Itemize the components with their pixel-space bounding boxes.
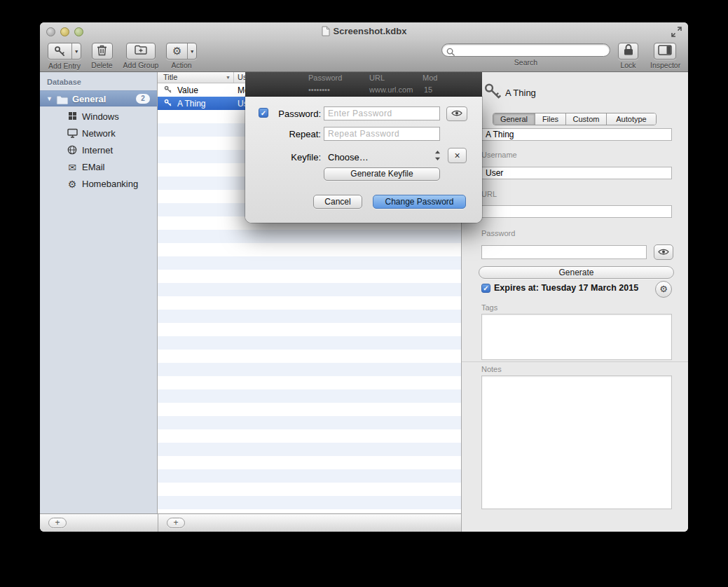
dim-cell-modified: 15	[424, 85, 432, 94]
sidebar-item-internet[interactable]: Internet	[40, 142, 157, 159]
sheet-repeat-input[interactable]	[324, 127, 440, 141]
expires-checkbox[interactable]: ✓	[481, 284, 490, 293]
folder-icon	[56, 95, 68, 107]
popup-arrows-icon[interactable]	[434, 150, 441, 164]
title-input[interactable]	[481, 128, 672, 141]
password-input[interactable]	[481, 245, 647, 259]
empty-row	[158, 443, 461, 456]
eye-icon	[658, 246, 669, 258]
change-password-button[interactable]: Change Password	[373, 195, 466, 209]
titlebar: Screenshot.kdbx	[40, 22, 688, 41]
sheet-password-input[interactable]	[324, 106, 440, 120]
window-title-text: Screenshot.kdbx	[334, 26, 407, 36]
entry-key-icon	[483, 81, 502, 106]
expires-label: Expires at: Tuesday 17 March 2015	[494, 283, 638, 293]
action-dropdown-arrow[interactable]: ▼	[187, 43, 196, 59]
disclosure-triangle-icon[interactable]: ▼	[46, 95, 53, 102]
add-entry-plus-button[interactable]: +	[167, 518, 185, 528]
notes-label: Notes	[481, 365, 502, 373]
sidebar-item-windows[interactable]: Windows	[40, 109, 157, 125]
key-icon	[164, 85, 172, 96]
empty-row	[158, 389, 461, 403]
tab-custom[interactable]: Custom	[566, 113, 607, 125]
entry-title-cell: A Thing	[177, 99, 205, 109]
empty-row	[158, 230, 461, 243]
tab-files[interactable]: Files	[535, 113, 566, 125]
entry-title-cell: Value	[177, 85, 198, 95]
change-password-sheet: ✓ Password: Repeat: Keyfile: Choose… × G…	[245, 97, 482, 223]
notes-textarea[interactable]	[481, 375, 672, 509]
empty-row	[158, 376, 461, 389]
dim-cell-password: ••••••••	[308, 85, 330, 94]
sheet-repeat-label: Repeat:	[245, 129, 321, 139]
search-toolbar-item: Search	[441, 43, 610, 67]
empty-row	[158, 469, 461, 483]
windows-icon	[67, 111, 78, 123]
generate-keyfile-button[interactable]: Generate Keyfile	[324, 167, 440, 181]
sidebar-item-label: Homebanking	[82, 179, 138, 189]
tab-autotype[interactable]: Autotype	[607, 113, 656, 125]
sheet-reveal-password-button[interactable]	[446, 106, 467, 121]
add-group-button[interactable]	[126, 43, 156, 60]
close-icon: ×	[454, 150, 460, 161]
tags-textarea[interactable]	[481, 314, 672, 360]
inspector-panel-icon	[658, 45, 672, 58]
add-entry-dropdown-arrow[interactable]: ▼	[71, 43, 81, 59]
sidebar-group-general[interactable]: ▼ General 2	[40, 90, 157, 106]
sidebar-item-email[interactable]: ✉ EMail	[40, 159, 157, 176]
sidebar-item-label: EMail	[82, 162, 105, 172]
empty-row	[158, 256, 461, 270]
action-label: Action	[165, 61, 198, 69]
toolbar: ▼ Add Entry Delete Add Group ⚙ ▼	[40, 41, 688, 72]
sidebar-header: Database	[47, 78, 81, 86]
action-button[interactable]: ⚙ ▼	[166, 43, 197, 60]
inspector-button[interactable]	[654, 43, 676, 60]
column-divider[interactable]	[233, 72, 234, 83]
empty-row	[158, 429, 461, 443]
clear-keyfile-button[interactable]: ×	[448, 148, 467, 163]
empty-row	[158, 243, 461, 256]
reveal-password-button[interactable]	[654, 244, 673, 260]
group-label: General	[72, 94, 106, 104]
bottom-bar: + +	[40, 513, 461, 532]
add-group-label: Add Group	[119, 61, 163, 69]
sidebar-item-homebanking[interactable]: ⚙ Homebanking	[40, 176, 157, 193]
tab-general[interactable]: General	[493, 113, 535, 125]
dim-cell-url: www.url.com	[369, 85, 413, 94]
password-settings-button[interactable]: ⚙	[655, 281, 672, 298]
empty-row	[158, 323, 461, 336]
sidebar: Database ▼ General 2 Windows Network	[40, 72, 158, 513]
username-input[interactable]	[481, 167, 672, 179]
delete-label: Delete	[88, 61, 116, 69]
username-label: Username	[481, 151, 517, 159]
add-entry-button[interactable]: ▼	[48, 43, 81, 60]
add-group-plus-button[interactable]: +	[48, 518, 67, 528]
keyfile-popup-button[interactable]: Choose…	[328, 152, 369, 163]
sidebar-item-network[interactable]: Network	[40, 125, 157, 142]
empty-row	[158, 350, 461, 363]
url-input[interactable]	[481, 205, 672, 218]
sort-icon: ▼	[226, 75, 231, 80]
search-input[interactable]	[441, 43, 610, 57]
empty-row	[158, 310, 461, 323]
lock-label: Lock	[618, 61, 638, 69]
group-count-badge: 2	[136, 94, 150, 104]
password-label: Password	[481, 229, 515, 237]
inspector-label: Inspector	[650, 61, 680, 69]
add-entry-toolbar-item: ▼ Add Entry	[45, 43, 84, 70]
tags-label: Tags	[481, 303, 497, 312]
delete-toolbar-item: Delete	[88, 43, 116, 69]
column-header-title[interactable]: Title	[163, 73, 177, 81]
empty-row	[158, 296, 461, 310]
fullscreen-icon[interactable]	[671, 27, 682, 37]
folder-plus-icon	[135, 45, 147, 57]
lock-button[interactable]	[618, 43, 638, 60]
dimmed-table-region: Password URL Mod •••••••• www.url.com 15	[245, 72, 482, 97]
empty-row	[158, 403, 461, 416]
sidebar-item-label: Network	[82, 128, 116, 139]
cancel-button[interactable]: Cancel	[313, 195, 362, 209]
empty-row	[158, 283, 461, 296]
empty-row	[158, 496, 461, 509]
generate-password-button[interactable]: Generate	[479, 266, 674, 279]
delete-button[interactable]	[92, 43, 113, 60]
